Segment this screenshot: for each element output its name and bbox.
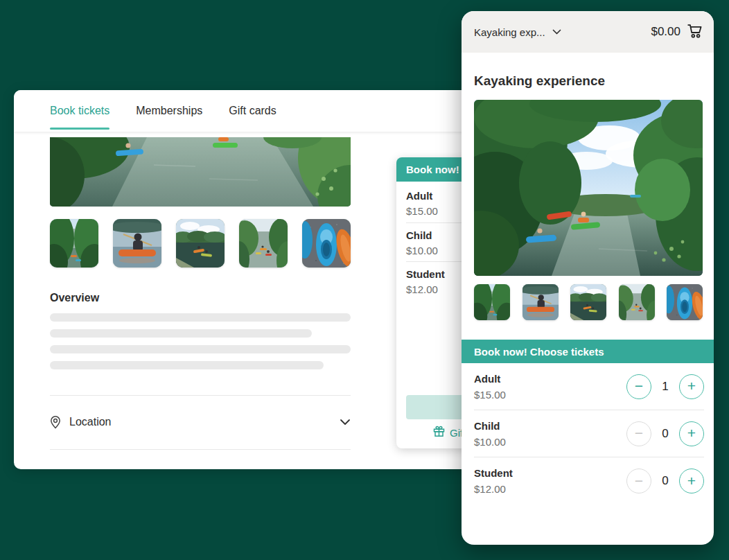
quantity-stepper: − 0 + <box>626 421 704 446</box>
thumbnail-group[interactable] <box>619 284 655 320</box>
thumbnail-strip <box>474 284 703 320</box>
quantity-stepper: − 0 + <box>626 469 704 493</box>
main-photo[interactable] <box>474 100 703 276</box>
divider <box>50 449 351 450</box>
chevron-down-icon <box>552 26 561 38</box>
thumbnail-lake[interactable] <box>570 284 606 320</box>
thumbnail-kayaks-topdown[interactable] <box>667 284 703 320</box>
thumbnail-group[interactable] <box>239 219 288 268</box>
experience-title: Kayaking experience <box>474 73 605 89</box>
thumbnail-river[interactable] <box>474 284 510 320</box>
product-selector-label: Kayaking exp... <box>474 26 545 38</box>
overview-heading: Overview <box>50 292 99 304</box>
tab-memberships[interactable]: Memberships <box>136 90 202 132</box>
location-pin-icon <box>50 416 61 429</box>
decrease-quantity-button[interactable]: − <box>626 374 651 399</box>
thumbnail-strip <box>50 219 351 268</box>
quantity-stepper: − 1 + <box>626 374 704 399</box>
ticket-name: Adult <box>474 373 626 385</box>
decrease-quantity-button[interactable]: − <box>626 469 651 493</box>
decrease-quantity-button[interactable]: − <box>626 421 651 446</box>
increase-quantity-button[interactable]: + <box>679 421 704 446</box>
cart-icon <box>687 24 703 41</box>
ticket-row-student: Student $12.00 − 0 + <box>474 457 704 505</box>
book-now-banner: Book now! Choose tickets <box>462 340 714 363</box>
tab-book-tickets[interactable]: Book tickets <box>50 90 109 132</box>
tab-label: Memberships <box>136 105 202 117</box>
cart-total: $0.00 <box>651 25 680 39</box>
ticket-price: $10.00 <box>474 436 626 448</box>
ticket-list: Adult $15.00 − 1 + Child $10.00 − 0 + St… <box>462 363 714 505</box>
thumbnail-kayaks-topdown[interactable] <box>302 219 351 268</box>
quantity-value: 0 <box>659 427 671 441</box>
ticket-name: Child <box>474 420 626 432</box>
increase-quantity-button[interactable]: + <box>679 374 704 399</box>
increase-quantity-button[interactable]: + <box>679 469 704 493</box>
panel-header: Kayaking exp... $0.00 <box>462 11 714 53</box>
quantity-value: 0 <box>659 474 671 488</box>
page-background: { "colors": { "background": "#05493D", "… <box>0 0 729 560</box>
tab-gift-cards[interactable]: Gift cards <box>229 90 276 132</box>
thumbnail-kayaker[interactable] <box>522 284 559 320</box>
location-accordion[interactable]: Location <box>50 409 351 435</box>
cart-button[interactable]: $0.00 <box>651 24 703 41</box>
widget-preview-panel: Kayaking exp... $0.00 Kayaking experienc… <box>462 11 714 545</box>
divider <box>50 395 351 396</box>
product-selector[interactable]: Kayaking exp... <box>474 26 561 38</box>
ticket-name: Student <box>474 467 626 479</box>
ticket-row-adult: Adult $15.00 − 1 + <box>474 363 704 410</box>
tab-label: Gift cards <box>229 105 276 117</box>
skeleton-line <box>50 313 351 322</box>
thumbnail-river[interactable] <box>50 219 98 268</box>
thumbnail-kayaker[interactable] <box>113 219 161 268</box>
ticket-price: $15.00 <box>474 389 626 401</box>
skeleton-line <box>50 345 351 353</box>
skeleton-line <box>50 329 312 338</box>
tab-label: Book tickets <box>50 105 109 117</box>
ticket-price: $12.00 <box>474 483 626 495</box>
skeleton-text <box>50 313 351 377</box>
location-label: Location <box>69 416 340 428</box>
ticket-row-child: Child $10.00 − 0 + <box>474 410 704 457</box>
thumbnail-lake[interactable] <box>176 219 225 268</box>
tab-bar: Book tickets Memberships Gift cards <box>14 90 489 132</box>
chevron-down-icon <box>340 416 351 428</box>
gift-icon <box>433 426 445 439</box>
skeleton-line <box>50 361 324 369</box>
main-photo[interactable] <box>50 137 351 207</box>
quantity-value: 1 <box>659 380 671 394</box>
